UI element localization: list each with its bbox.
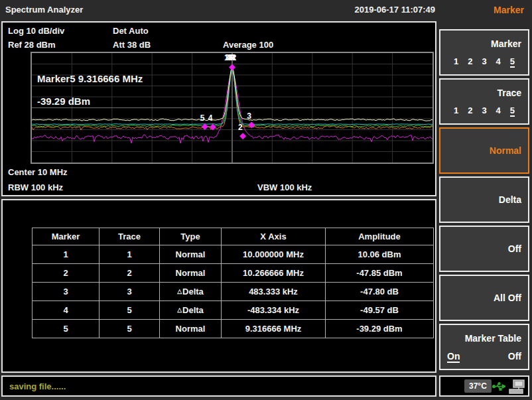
- cell-x_axis: 483.333 kHz: [222, 283, 326, 301]
- pc-icon: [508, 379, 525, 395]
- cell-marker: 3: [33, 283, 100, 301]
- cell-trace: 2: [100, 264, 160, 283]
- svg-text:3: 3: [247, 111, 251, 121]
- col-header-amplitude: Amplitude: [326, 228, 434, 245]
- softkey-toggle-row: OnOff: [447, 351, 521, 363]
- softkey-label: Normal: [490, 145, 521, 156]
- cell-marker: 1: [33, 245, 100, 264]
- cell-type: Normal: [160, 264, 222, 283]
- cell-amplitude: -47.80 dB: [326, 283, 434, 301]
- svg-text:4R: 4R: [226, 53, 237, 62]
- marker-table-row: 11Normal10.000000 MHz10.06 dBm: [33, 245, 434, 264]
- softkey-trace-option-5[interactable]: 5: [510, 105, 515, 117]
- cell-marker: 5: [33, 320, 100, 338]
- spectrum-chart: 23451R3R4R: [32, 53, 432, 163]
- ref-level-setting: Ref 28 dBm: [8, 40, 56, 50]
- softkey-normal[interactable]: Normal: [439, 127, 529, 174]
- col-header-type: Type: [160, 228, 222, 245]
- softkey-label: Trace: [497, 88, 521, 98]
- marker-annotation-amp: -39.29 dBm: [37, 96, 90, 107]
- softkey-trace-option-1[interactable]: 1: [454, 105, 458, 117]
- marker-table-row: 33△Delta483.333 kHz-47.80 dB: [33, 283, 434, 301]
- marker-table-body: 11Normal10.000000 MHz10.06 dBm22Normal10…: [33, 245, 434, 338]
- cell-marker: 4: [33, 301, 100, 320]
- svg-text:5: 5: [200, 113, 205, 123]
- average-setting: Average 100: [223, 40, 273, 50]
- vbw-setting: VBW 100 kHz: [257, 182, 312, 193]
- usb-icon: [492, 382, 505, 391]
- status-message-box: saving file......: [1, 375, 436, 397]
- active-menu-title: Marker: [494, 5, 524, 15]
- col-header-marker: Marker: [33, 228, 100, 245]
- softkey-label: Marker Table: [465, 333, 521, 344]
- softkey-number-row: 12345: [440, 105, 528, 117]
- cell-amplitude: -49.57 dB: [326, 301, 434, 320]
- softkey-label: Off: [508, 243, 521, 254]
- toggle-option-on[interactable]: On: [447, 351, 460, 363]
- col-header-x-axis: X Axis: [222, 228, 326, 245]
- softkey-label: Marker: [491, 38, 521, 49]
- center-freq: Center 10 MHz: [8, 167, 68, 178]
- softkey-number-row: 12345: [440, 56, 528, 68]
- cell-x_axis: 10.266666 MHz: [222, 264, 326, 283]
- cell-type: Normal: [160, 245, 222, 264]
- svg-text:4: 4: [208, 113, 213, 123]
- system-status-box: 37°C: [439, 375, 529, 397]
- cell-amplitude: -47.85 dBm: [326, 264, 434, 283]
- spectrum-analyzer-screen: Spectrum Analyzer 2019-06-17 11:07:49 Ma…: [0, 0, 532, 400]
- cell-amplitude: 10.06 dBm: [326, 245, 434, 264]
- scale-setting: Log 10 dB/div: [8, 26, 64, 36]
- col-header-trace: Trace: [100, 228, 160, 245]
- softkey-all-off[interactable]: All Off: [439, 275, 529, 321]
- softkey-off[interactable]: Off: [439, 226, 529, 272]
- softkey-marker-option-4[interactable]: 4: [496, 56, 501, 68]
- softkey-trace-option-2[interactable]: 2: [468, 105, 472, 117]
- app-title: Spectrum Analyzer: [5, 5, 83, 15]
- cell-x_axis: 9.316666 MHz: [222, 320, 326, 338]
- toggle-option-off[interactable]: Off: [508, 351, 521, 363]
- softkey-marker-table[interactable]: Marker TableOnOff: [439, 324, 529, 370]
- cell-type: △Delta: [160, 301, 222, 320]
- marker-table-row: 45△Delta-483.334 kHz-49.57 dB: [33, 301, 434, 320]
- softkey-label: Delta: [499, 194, 521, 205]
- rbw-setting: RBW 100 kHz: [8, 182, 63, 193]
- softkey-trace[interactable]: Trace12345: [439, 78, 529, 125]
- softkey-label: All Off: [494, 293, 521, 303]
- softkey-delta[interactable]: Delta: [439, 176, 529, 223]
- marker-annotation-freq: Marker5 9.316666 MHz: [37, 73, 143, 84]
- softkey-marker-option-5[interactable]: 5: [510, 56, 515, 68]
- softkey-marker-option-3[interactable]: 3: [482, 56, 486, 68]
- cell-x_axis: 10.000000 MHz: [222, 245, 326, 264]
- marker-table-header: MarkerTraceTypeX AxisAmplitude: [33, 228, 434, 245]
- temperature-badge: 37°C: [464, 379, 492, 393]
- marker-table-row: 55Normal9.316666 MHz-39.29 dBm: [33, 320, 434, 338]
- detector-setting: Det Auto: [113, 26, 149, 36]
- softkey-trace-option-4[interactable]: 4: [496, 105, 501, 117]
- softkey-trace-option-3[interactable]: 3: [482, 105, 486, 117]
- svg-text:2: 2: [238, 123, 243, 132]
- cell-amplitude: -39.29 dBm: [326, 320, 434, 338]
- title-bar: Spectrum Analyzer 2019-06-17 11:07:49 Ma…: [0, 0, 532, 20]
- status-message: saving file......: [9, 381, 66, 391]
- spectrum-display: 23451R3R4R: [31, 52, 434, 164]
- cell-type: △Delta: [160, 283, 222, 301]
- softkey-marker-option-1[interactable]: 1: [454, 56, 458, 68]
- cell-type: Normal: [160, 320, 222, 338]
- delta-triangle-icon: △: [177, 288, 182, 295]
- delta-triangle-icon: △: [177, 306, 182, 313]
- marker-table-row: 22Normal10.266666 MHz-47.85 dBm: [33, 264, 434, 283]
- marker-table: MarkerTraceTypeX AxisAmplitude 11Normal1…: [32, 228, 434, 338]
- cell-trace: 5: [100, 301, 160, 320]
- cell-marker: 2: [33, 264, 100, 283]
- softkey-marker-option-2[interactable]: 2: [468, 56, 472, 68]
- cell-x_axis: -483.334 kHz: [222, 301, 326, 320]
- attenuation-setting: Att 38 dB: [113, 40, 151, 50]
- cell-trace: 1: [100, 245, 160, 264]
- datetime-display: 2019-06-17 11:07:49: [355, 5, 435, 15]
- softkey-marker[interactable]: Marker12345: [439, 29, 529, 76]
- cell-trace: 3: [100, 283, 160, 301]
- cell-trace: 5: [100, 320, 160, 338]
